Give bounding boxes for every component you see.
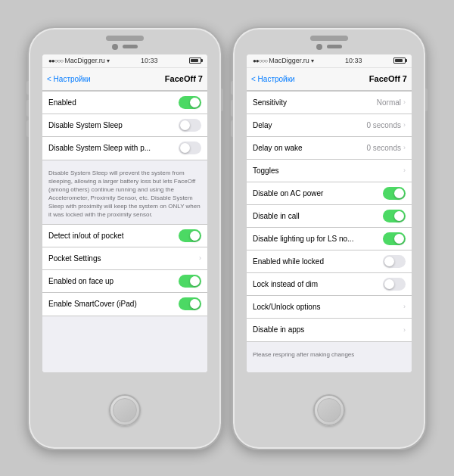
camera-row-2 <box>316 44 342 50</box>
home-button-inner-1 <box>113 398 137 422</box>
description-block-1: Disable System Sleep will prevent the sy… <box>42 165 207 224</box>
status-left-2: ●●○○○ MacDigger.ru ▾ <box>253 57 314 64</box>
row-disable-sleep-label: Disable System Sleep <box>48 121 179 129</box>
speaker-2 <box>310 36 348 41</box>
battery-fill-1 <box>191 59 198 62</box>
home-button-area-1 <box>109 372 141 449</box>
home-button-2[interactable] <box>313 394 345 426</box>
row-delay-label: Delay <box>253 121 366 129</box>
toggle-smart-cover[interactable] <box>179 297 201 310</box>
phone-top <box>29 28 221 51</box>
sensor <box>123 45 138 48</box>
row-delay[interactable]: Delay 0 seconds › <box>247 114 412 137</box>
rows-group-1: Enabled Disable System Sleep Disable Sys… <box>42 91 207 160</box>
row-smart-cover-label: Enable SmartCover (iPad) <box>48 300 179 308</box>
toggle-detect-pocket[interactable] <box>179 229 201 242</box>
time-label-2: 10:33 <box>345 57 362 64</box>
nav-bar-1: < Настройки FaceOff 7 <box>42 68 207 91</box>
mute-switch <box>26 81 29 95</box>
chevron-lock-unlock: › <box>403 303 406 310</box>
back-button-2[interactable]: < Настройки <box>251 75 295 83</box>
row-delay-wake[interactable]: Delay on wake 0 seconds › <box>247 137 412 160</box>
row-face-up[interactable]: Enabled on face up <box>42 270 207 293</box>
row-sensitivity[interactable]: Sensitivity Normal › <box>247 92 412 114</box>
back-button-1[interactable]: < Настройки <box>47 75 91 83</box>
row-pocket-settings-label: Pocket Settings <box>48 254 199 263</box>
row-disable-sleep[interactable]: Disable System Sleep <box>42 114 207 137</box>
toggle-enabled-locked[interactable] <box>383 255 406 268</box>
toggle-knob-detect-pocket <box>190 231 200 241</box>
row-enabled[interactable]: Enabled <box>42 92 207 114</box>
settings-list-2: Sensitivity Normal › Delay 0 seconds › D… <box>247 91 412 372</box>
row-pocket-settings[interactable]: Pocket Settings › <box>42 247 207 270</box>
phone-top-2 <box>233 28 425 51</box>
mute-switch-2 <box>231 81 233 95</box>
front-camera-2 <box>316 44 322 50</box>
row-lock-dim[interactable]: Lock instead of dim <box>247 273 412 296</box>
row-lock-unlock[interactable]: Lock/Unlock options › <box>247 296 412 319</box>
chevron-delay: › <box>403 121 406 129</box>
rows-group-2: Detect in/out of pocket Pocket Settings … <box>42 224 207 316</box>
row-delay-value: 0 seconds <box>366 121 401 129</box>
row-detect-pocket-label: Detect in/out of pocket <box>48 232 179 240</box>
row-delay-wake-value: 0 seconds <box>366 144 401 152</box>
toggle-disable-sleep[interactable] <box>179 119 201 132</box>
home-button-inner-2 <box>317 398 341 422</box>
row-disable-ac[interactable]: Disable on AC power <box>247 182 412 205</box>
settings-list-1: Enabled Disable System Sleep Disable Sys… <box>42 91 207 372</box>
row-disable-lighting[interactable]: Disable lighting up for LS no... <box>247 228 412 250</box>
toggle-face-up[interactable] <box>179 275 201 288</box>
volume-up-button-2 <box>231 100 233 117</box>
phone-2-screen: ●●○○○ MacDigger.ru ▾ 10:33 < Настройки F… <box>247 54 412 372</box>
nav-title-1: FaceOff 7 <box>165 74 203 83</box>
row-detect-pocket[interactable]: Detect in/out of pocket <box>42 225 207 247</box>
back-label-2: < Настройки <box>251 75 295 83</box>
home-button-area-2 <box>313 372 345 449</box>
row-disable-apps[interactable]: Disable in apps › <box>247 319 412 341</box>
chevron-toggles: › <box>403 166 406 174</box>
row-disable-call-label: Disable in call <box>253 212 383 220</box>
row-enabled-locked-label: Enabled while locked <box>253 257 383 266</box>
footer-label-2: Please respring after making changes <box>253 351 354 358</box>
phone-1-screen: ●●○○○ MacDigger.ru ▾ 10:33 < Настройки F… <box>42 54 207 372</box>
footer-text-2: Please respring after making changes <box>247 347 412 363</box>
toggle-lock-dim[interactable] <box>383 278 406 291</box>
wifi-icon-1: ▾ <box>107 58 110 64</box>
toggle-knob-disable-sleep-prox <box>180 143 190 153</box>
battery-icon-1 <box>189 58 201 64</box>
toggle-disable-sleep-prox[interactable] <box>179 142 201 154</box>
toggle-knob-enabled-locked <box>384 257 394 266</box>
row-sensitivity-label: Sensitivity <box>253 98 377 107</box>
chevron-pocket-settings: › <box>199 254 201 262</box>
row-lock-unlock-label: Lock/Unlock options <box>253 303 403 311</box>
toggle-knob-disable-ac <box>394 188 404 198</box>
row-smart-cover[interactable]: Enable SmartCover (iPad) <box>42 293 207 316</box>
row-disable-sleep-prox[interactable]: Disable System Sleep with p... <box>42 137 207 160</box>
toggle-knob-lock-dim <box>384 279 394 289</box>
row-lock-dim-label: Lock instead of dim <box>253 280 383 288</box>
back-label-1: < Настройки <box>47 75 91 83</box>
toggle-disable-call[interactable] <box>383 210 406 222</box>
row-sensitivity-value: Normal <box>377 98 401 107</box>
status-right-1 <box>189 58 201 64</box>
toggle-disable-ac[interactable] <box>383 187 406 200</box>
row-face-up-label: Enabled on face up <box>48 277 179 285</box>
row-disable-ac-label: Disable on AC power <box>253 189 383 198</box>
row-enabled-label: Enabled <box>48 98 179 107</box>
toggle-disable-lighting[interactable] <box>383 232 406 245</box>
toggle-enabled[interactable] <box>179 96 201 109</box>
power-button <box>221 89 223 111</box>
toggle-knob-disable-lighting <box>394 234 404 244</box>
row-enabled-locked[interactable]: Enabled while locked <box>247 250 412 273</box>
row-disable-call[interactable]: Disable in call <box>247 205 412 228</box>
toggle-knob-smart-cover <box>190 299 200 309</box>
chevron-sensitivity: › <box>403 98 406 106</box>
toggle-knob-disable-call <box>394 211 404 221</box>
time-label-1: 10:33 <box>141 57 158 64</box>
phone-2: ●●○○○ MacDigger.ru ▾ 10:33 < Настройки F… <box>232 26 427 450</box>
status-left-1: ●●○○○ MacDigger.ru ▾ <box>48 57 110 64</box>
toggle-knob-face-up <box>190 276 200 286</box>
home-button-1[interactable] <box>109 394 141 426</box>
row-toggles[interactable]: Toggles › <box>247 160 412 182</box>
carrier-label-1: MacDigger.ru <box>64 57 105 64</box>
